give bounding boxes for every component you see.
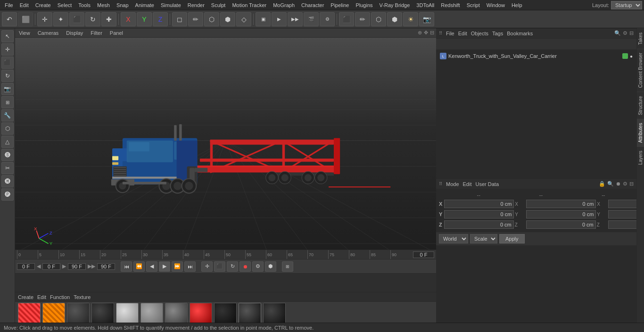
render-settings-button[interactable]: ⚙ [320, 12, 335, 26]
tool-move[interactable]: ✛ [1, 43, 14, 56]
play-back-button[interactable]: ◀ [146, 261, 157, 272]
goto-start-button[interactable]: ⏮ [121, 261, 132, 272]
menu-script[interactable]: Script [464, 1, 483, 9]
attr-minimize-icon[interactable]: ⊟ [629, 181, 634, 187]
render-view-button[interactable]: ▶ [272, 12, 287, 26]
step-forward-button[interactable]: ⏩ [172, 261, 183, 272]
vp-icon-move[interactable]: ✥ [424, 30, 428, 36]
vp-menu-display[interactable]: Display [64, 30, 85, 36]
spline-button[interactable]: ✏ [188, 12, 203, 26]
menu-file[interactable]: File [2, 1, 16, 9]
generator-button[interactable]: ⬡ [204, 12, 219, 26]
camera2-button[interactable]: 📷 [419, 12, 434, 26]
step-back-button[interactable]: ⏪ [133, 261, 145, 272]
menu-mesh[interactable]: Mesh [94, 1, 113, 9]
rot-y-input[interactable] [526, 210, 596, 219]
vp-icon-maximize[interactable]: ⊕ [418, 30, 422, 36]
om-search-icon[interactable]: 🔍 [614, 30, 621, 36]
record-active-button[interactable]: ⏺ [239, 261, 251, 272]
world-dropdown[interactable]: World Object [439, 234, 468, 243]
move-tool-button[interactable]: ✦ [53, 12, 68, 26]
play-end-input[interactable] [68, 263, 86, 270]
render-region-button[interactable]: ▣ [256, 12, 271, 26]
rotate-record-button[interactable]: ↻ [227, 261, 238, 272]
menu-pipeline[interactable]: Pipeline [328, 1, 352, 9]
end-frame-input[interactable] [97, 263, 115, 270]
pos-z-input[interactable] [444, 220, 514, 229]
layout-dropdown[interactable]: Startup [611, 1, 642, 9]
pos-x-input[interactable] [444, 200, 514, 208]
apply-button[interactable]: Apply [499, 234, 525, 243]
menu-animate[interactable]: Animate [132, 1, 157, 9]
scene-canvas[interactable]: Perspective [15, 38, 436, 250]
menu-plugins[interactable]: Plugins [353, 1, 375, 9]
tool-object[interactable]: ⬡ [1, 122, 14, 135]
menu-tools[interactable]: Tools [75, 1, 93, 9]
scale-x-input[interactable] [608, 200, 636, 208]
menu-edit[interactable]: Edit [17, 1, 32, 9]
vtab-structure[interactable]: Structure [637, 92, 644, 119]
tool-grid[interactable]: ⊞ [1, 96, 14, 108]
tool-snap[interactable]: 🔧 [1, 109, 14, 121]
undo-button[interactable]: ↶ [2, 12, 17, 26]
vtab-takes[interactable]: Takes [637, 28, 644, 49]
scale-tool-button[interactable]: ⬛ [69, 12, 84, 26]
scale-z-input[interactable] [608, 220, 636, 229]
attr-settings-icon[interactable]: ⚙ [623, 181, 627, 187]
viewport[interactable]: View Cameras Display Filter Panel ⊕ ✥ ⊟ … [15, 28, 436, 250]
redo-button[interactable]: ⬜ [18, 12, 33, 26]
texture-button[interactable]: ⬡ [371, 12, 386, 26]
vp-menu-panel[interactable]: Panel [108, 30, 125, 36]
om-menu-objects[interactable]: Objects [471, 31, 488, 36]
render-picture-button[interactable]: ▶▶ [288, 12, 303, 26]
axis-z-button[interactable]: Z [153, 12, 168, 26]
menu-help[interactable]: Help [509, 1, 525, 9]
attr-menu-edit[interactable]: Edit [463, 181, 472, 187]
bend-button[interactable]: ⬢ [387, 12, 402, 26]
attr-menu-userdata[interactable]: User Data [476, 181, 499, 187]
vtab-content-browser[interactable]: Content Browser [637, 49, 644, 91]
menu-3dtoall[interactable]: 3DToAll [413, 1, 437, 9]
mat-menu-texture[interactable]: Texture [74, 294, 91, 300]
pos-y-input[interactable] [444, 210, 514, 219]
menu-window[interactable]: Window [484, 1, 508, 9]
rot-x-input[interactable] [526, 200, 596, 208]
om-menu-file[interactable]: File [446, 31, 454, 36]
menu-motion-tracker[interactable]: Motion Tracker [229, 1, 269, 9]
tool-paint[interactable]: 🅟 [1, 188, 14, 201]
vp-menu-filter[interactable]: Filter [89, 30, 104, 36]
start-frame-input[interactable] [17, 263, 35, 270]
menu-redshift[interactable]: Redshift [438, 1, 462, 9]
object-mode-button[interactable]: ◻ [172, 12, 187, 26]
tool-rotate[interactable]: ↻ [1, 70, 14, 82]
play-forward-button[interactable]: ▶ [159, 261, 170, 272]
attr-search-icon[interactable]: 🔍 [607, 181, 614, 187]
om-minimize-icon[interactable]: ⊟ [629, 30, 634, 36]
menu-vray[interactable]: V-Ray Bridge [377, 1, 413, 9]
play-start-input[interactable] [42, 263, 60, 270]
vtab-attributes[interactable]: Attributes [637, 119, 644, 146]
autokey-button[interactable]: ⚙ [252, 261, 264, 272]
om-menu-edit[interactable]: Edit [458, 31, 467, 36]
attr-menu-mode[interactable]: Mode [446, 181, 459, 187]
mat-menu-edit[interactable]: Edit [37, 294, 46, 300]
vp-menu-cameras[interactable]: Cameras [36, 30, 61, 36]
om-item-truck[interactable]: L Kenworth_Truck_with_Sun_Valley_Car_Car… [438, 52, 635, 60]
scale-y-input[interactable] [608, 210, 636, 219]
current-frame-input[interactable] [413, 251, 434, 258]
rot-z-input[interactable] [526, 220, 596, 229]
om-menu-tags[interactable]: Tags [492, 31, 503, 36]
tool-camera[interactable]: 📷 [1, 83, 14, 95]
attr-lock-icon[interactable]: 🔒 [599, 181, 605, 187]
vp-icon-minimize[interactable]: ⊟ [430, 30, 434, 36]
select-tool-button[interactable]: ✛ [37, 12, 52, 26]
attr-record-icon[interactable]: ⏺ [616, 181, 621, 187]
move-record-button[interactable]: ✛ [201, 261, 213, 272]
timeline-view-button[interactable]: ⊞ [282, 261, 293, 272]
vp-menu-view[interactable]: View [17, 30, 32, 36]
tool-arrow[interactable]: ↖ [1, 30, 14, 42]
menu-render[interactable]: Render [185, 1, 207, 9]
menu-mograph[interactable]: MoGraph [270, 1, 297, 9]
menu-snap[interactable]: Snap [114, 1, 132, 9]
axis-y-button[interactable]: Y [137, 12, 152, 26]
